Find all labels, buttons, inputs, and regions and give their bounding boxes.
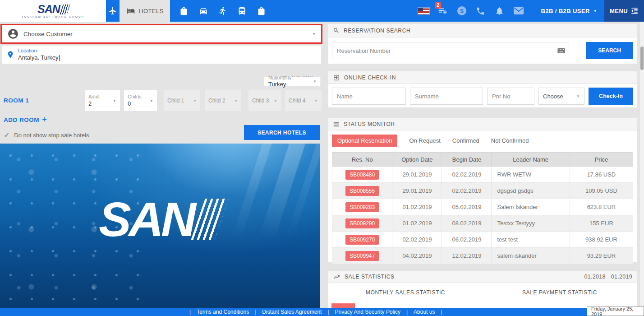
chevron-down-icon: ▼ bbox=[234, 99, 238, 103]
car-rental-icon[interactable] bbox=[198, 6, 208, 15]
shopping-icon[interactable] bbox=[257, 6, 266, 16]
reservation-number-badge[interactable]: SB008555 bbox=[345, 186, 379, 196]
res-no-cell: SB009270 bbox=[332, 232, 392, 248]
tab-not-confirmed[interactable]: Not Confirmed bbox=[491, 137, 529, 144]
reservation-number-badge[interactable]: SB009290 bbox=[345, 218, 379, 228]
sale-statistics-title: SALE STATISTICS bbox=[345, 274, 395, 280]
reservation-search-button[interactable]: SEARCH bbox=[586, 42, 633, 59]
adult-count-select[interactable]: Adult 2 ▼ bbox=[85, 90, 120, 111]
checkin-surname-field bbox=[410, 88, 483, 105]
login-icon bbox=[333, 74, 340, 81]
nationality-select[interactable]: Nationality Turkey ▼ bbox=[264, 77, 321, 86]
notifications-list-button[interactable]: 2 bbox=[433, 0, 452, 22]
logo-subtitle: TOURISM SOFTWARE GROUP bbox=[22, 15, 84, 18]
footer-bar: | Terms and Conditions | Distant Sales A… bbox=[0, 308, 644, 316]
add-room-button[interactable]: ADD ROOM + bbox=[4, 115, 47, 125]
alerts-button[interactable] bbox=[490, 0, 509, 22]
scrollbar-thumb[interactable] bbox=[640, 46, 644, 70]
begin-date-cell: 05.02.2019 bbox=[442, 199, 492, 215]
price-cell: 17.86 USD bbox=[570, 167, 633, 183]
price-cell: 938.92 EUR bbox=[570, 232, 633, 248]
module-icon-strip bbox=[170, 0, 275, 22]
date-currency-row: Check-In Date 10.05.2019 Check-Out Date … bbox=[2, 67, 321, 86]
leader-name-cell: Salem Iskander bbox=[492, 199, 570, 215]
chevron-down-icon: ▼ bbox=[113, 99, 116, 103]
reservation-number-field bbox=[332, 42, 569, 59]
bed-icon bbox=[126, 7, 136, 15]
surname-input[interactable] bbox=[410, 88, 499, 104]
keyboard-icon[interactable] bbox=[557, 48, 565, 54]
phone-button[interactable] bbox=[471, 0, 490, 22]
phone-icon bbox=[476, 6, 485, 16]
tab-on-request[interactable]: On Request bbox=[409, 137, 440, 144]
payments-button[interactable]: $ bbox=[452, 0, 471, 22]
footer-link-distant-sales[interactable]: Distant Sales Agreement bbox=[262, 309, 322, 315]
location-field[interactable]: Location Antalya, Turkey bbox=[2, 46, 321, 64]
page-scrollbar[interactable] bbox=[640, 22, 644, 316]
statistics-date-range: 01.2018 - 01.2019 bbox=[584, 274, 632, 280]
res-no-cell: SB009290 bbox=[332, 215, 392, 232]
price-cell: 155 EUR bbox=[570, 215, 633, 232]
tab-hotels-label: HOTELS bbox=[139, 8, 164, 14]
choose-customer-dropdown[interactable]: Choose Customer ▼ bbox=[2, 25, 321, 42]
sale-statistics-header: SALE STATISTICS 01.2018 - 01.2019 bbox=[328, 271, 637, 283]
status-table-body: SB00848029.01.201902.02.2019RWR WETW17.8… bbox=[332, 167, 633, 264]
price-cell: 109.05 USD bbox=[570, 183, 633, 199]
app-logo[interactable]: SAN TOURISM SOFTWARE GROUP bbox=[0, 0, 106, 22]
begin-date-cell: 02.02.2019 bbox=[442, 167, 492, 183]
tab-hotels[interactable]: HOTELS bbox=[120, 0, 170, 22]
table-row: SB00927002.02.201906.02.2019test test938… bbox=[332, 232, 633, 248]
status-monitor-title: STATUS MONITOR bbox=[344, 121, 395, 127]
tab-optional-reservation[interactable]: Optional Reservation bbox=[332, 135, 397, 147]
stop-sale-checkbox[interactable]: ✓ Do not show stop sale hotels bbox=[4, 130, 89, 140]
res-no-cell: SB008555 bbox=[332, 183, 392, 199]
reservation-number-badge[interactable]: SB008480 bbox=[345, 170, 379, 180]
location-value: Antalya, Turkey bbox=[18, 54, 60, 61]
childs-count-select[interactable]: Childs 0 ▼ bbox=[124, 90, 157, 111]
footer-link-terms[interactable]: Terms and Conditions bbox=[197, 309, 249, 315]
checkin-name-field bbox=[332, 88, 406, 105]
footer-link-about[interactable]: About us bbox=[414, 309, 435, 315]
child-3-age-select: Child 3 ▼ bbox=[248, 90, 281, 111]
reservation-number-badge[interactable]: SB009270 bbox=[345, 235, 379, 245]
price-cell: 93.29 EUR bbox=[570, 248, 633, 264]
table-row: SB00994704.02.201912.02.2019salem iskand… bbox=[332, 248, 633, 264]
option-date-cell: 01.02.2019 bbox=[392, 199, 442, 215]
begin-date-cell: 12.02.2019 bbox=[442, 248, 492, 264]
user-menu-label: B2B / B2B USER bbox=[541, 8, 590, 14]
tab-flights[interactable] bbox=[106, 0, 120, 22]
table-row: SB00855529.01.201902.02.2019dgsgsd gsdgs… bbox=[332, 183, 633, 199]
pnr-input[interactable] bbox=[488, 88, 576, 104]
status-table-header-cell: Price bbox=[570, 153, 633, 167]
menu-label: MENU bbox=[610, 8, 628, 14]
stop-sale-label: Do not show stop sale hotels bbox=[14, 132, 89, 139]
status-monitor-section: STATUS MONITOR Optional Reservation On R… bbox=[328, 118, 637, 262]
checkin-pnr-field bbox=[487, 88, 534, 105]
child-1-age-select: Child 1 ▼ bbox=[164, 90, 200, 111]
monthly-sales-chart-title: MONTHLY SALES STATISTIC bbox=[328, 289, 483, 296]
user-menu-dropdown[interactable]: B2B / B2B USER ▼ bbox=[534, 0, 605, 22]
language-flag-button[interactable] bbox=[414, 0, 433, 22]
package-tour-icon[interactable] bbox=[179, 6, 189, 16]
leader-name-cell: salem iskander bbox=[492, 248, 570, 264]
sale-payment-chart-title: SALE PAYMENT STATISTIC bbox=[483, 289, 637, 296]
reservation-number-badge[interactable]: SB009283 bbox=[345, 202, 379, 212]
reservation-search-header: RESERVATION SEARCH bbox=[328, 24, 637, 37]
search-icon bbox=[333, 27, 340, 34]
reservation-search-title: RESERVATION SEARCH bbox=[344, 28, 410, 34]
messages-button[interactable] bbox=[509, 0, 528, 22]
room-title: ROOM 1 bbox=[4, 97, 29, 104]
transfer-icon[interactable] bbox=[218, 6, 227, 16]
menu-button[interactable]: MENU bbox=[604, 0, 644, 22]
footer-link-privacy[interactable]: Privacy And Security Policy bbox=[335, 309, 400, 315]
bus-tour-icon[interactable] bbox=[237, 6, 247, 16]
reservation-number-input[interactable] bbox=[332, 42, 557, 59]
name-input[interactable] bbox=[332, 88, 421, 104]
leader-name-cell: Testxx Testyyy bbox=[492, 215, 570, 232]
checkin-button[interactable]: Check-In bbox=[589, 88, 633, 105]
reservation-number-badge[interactable]: SB009947 bbox=[345, 251, 379, 261]
tab-confirmed[interactable]: Confirmed bbox=[452, 137, 479, 144]
search-hotels-button[interactable]: SEARCH HOTELS bbox=[244, 125, 320, 140]
nationality-label: Nationality bbox=[268, 75, 291, 81]
option-date-cell: 01.02.2019 bbox=[392, 215, 442, 232]
